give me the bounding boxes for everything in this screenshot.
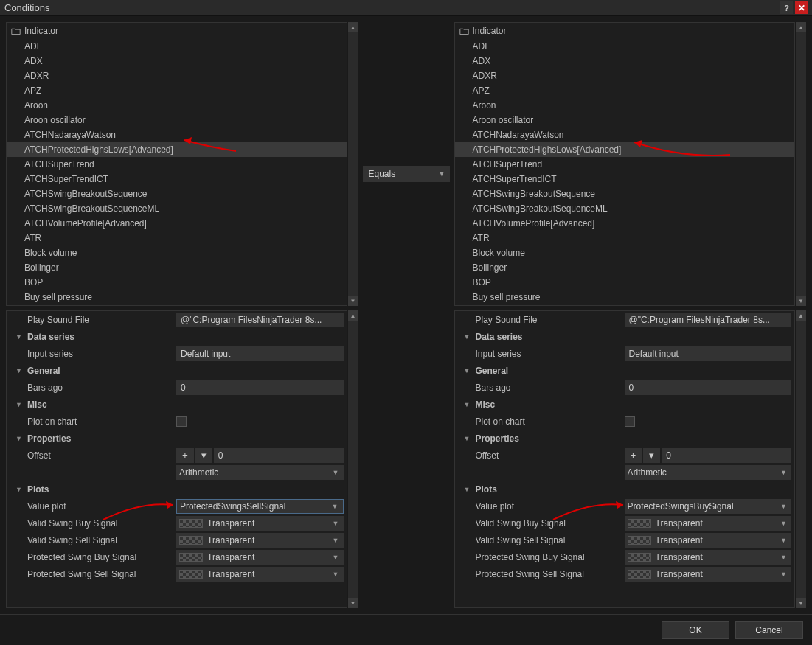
scroll-down-icon[interactable]: ▼ [796, 296, 806, 306]
data-series-header[interactable]: Data series [7, 332, 176, 342]
list-item[interactable]: Bollinger [455, 260, 795, 275]
play-sound-input[interactable]: @"C:Program FilesNinjaTrader 8s... [176, 313, 344, 327]
data-series-header[interactable]: Data series [455, 332, 625, 342]
list-item[interactable]: ATCHNadarayaWatson [455, 128, 795, 142]
list-item[interactable]: Buy sell pressure [7, 290, 347, 304]
list-item[interactable]: ATR [7, 231, 347, 245]
list-item[interactable]: BOP [455, 275, 795, 290]
list-item[interactable]: ATCHSuperTrendICT [7, 172, 347, 186]
plot-on-chart-checkbox[interactable] [176, 416, 187, 427]
list-item[interactable]: ATCHSwingBreakoutSequence [455, 186, 795, 201]
list-item[interactable]: APZ [455, 83, 795, 98]
cancel-button[interactable]: Cancel [735, 621, 803, 639]
valid-buy-color-select[interactable]: Transparent▼ [176, 516, 344, 531]
valid-sell-color-select[interactable]: Transparent▼ [176, 533, 344, 548]
general-header[interactable]: General [7, 366, 176, 376]
list-item[interactable]: Block volume [455, 245, 795, 260]
list-item[interactable]: ATCHNadarayaWatson [7, 128, 347, 142]
list-item[interactable]: ATCHSwingBreakoutSequenceML [455, 201, 795, 216]
color-swatch [628, 553, 651, 562]
list-item[interactable]: APZ [7, 83, 347, 98]
scroll-down-icon[interactable]: ▼ [348, 296, 358, 306]
list-item[interactable]: Bollinger [7, 260, 347, 275]
close-icon[interactable]: ✕ [795, 1, 808, 14]
protected-sell-color-select[interactable]: Transparent▼ [176, 567, 344, 582]
plot-on-chart-checkbox[interactable] [625, 416, 635, 427]
list-item[interactable]: ATCHSuperTrend [455, 157, 795, 172]
misc-header[interactable]: Misc [7, 400, 176, 410]
list-item[interactable]: Aroon [455, 98, 795, 113]
misc-header[interactable]: Misc [455, 400, 625, 410]
left-indicator-list[interactable]: Indicator ADLADXADXRAPZAroonAroon oscill… [6, 22, 347, 306]
right-indicator-list[interactable]: Indicator ADLADXADXRAPZAroonAroon oscill… [454, 22, 796, 306]
offset-dropdown-button[interactable]: ▾ [195, 448, 212, 463]
protected-sell-color-select[interactable]: Transparent▼ [625, 567, 792, 582]
scroll-down-icon[interactable]: ▼ [796, 598, 806, 608]
tree-header-label: Indicator [24, 26, 58, 36]
tree-header[interactable]: Indicator [7, 23, 347, 39]
list-item[interactable]: ATCHProtectedHighsLows[Advanced] [455, 142, 795, 157]
list-item[interactable]: ADL [7, 39, 347, 54]
plots-header[interactable]: Plots [455, 484, 625, 495]
scrollbar[interactable]: ▲ ▼ [348, 310, 358, 608]
value-plot-select[interactable]: ProtectedSwingsBuySignal▼ [625, 499, 792, 514]
list-item[interactable]: ATCHSuperTrend [7, 157, 347, 172]
help-icon[interactable]: ? [780, 1, 793, 14]
plots-header[interactable]: Plots [7, 484, 176, 495]
list-item[interactable]: ATCHSwingBreakoutSequence [7, 186, 347, 201]
valid-sell-color-select[interactable]: Transparent▼ [625, 533, 792, 548]
list-item[interactable]: ATCHSuperTrendICT [455, 172, 795, 186]
offset-input[interactable]: 0 [214, 448, 344, 463]
protected-buy-color-select[interactable]: Transparent▼ [176, 550, 344, 565]
value-plot-select[interactable]: ProtectedSwingsSellSignal▼ [176, 499, 344, 514]
scroll-up-icon[interactable]: ▲ [796, 310, 806, 321]
list-item[interactable]: ATR [455, 231, 795, 245]
list-item[interactable]: Aroon oscillator [455, 113, 795, 128]
protected-sell-label: Protected Swing Sell Signal [7, 569, 176, 579]
ok-button[interactable]: OK [662, 621, 729, 639]
list-item[interactable]: Aroon [7, 98, 347, 113]
list-item[interactable]: ADL [455, 39, 795, 54]
play-sound-input[interactable]: @"C:Program FilesNinjaTrader 8s... [625, 313, 792, 327]
offset-dropdown-button[interactable]: ▾ [643, 448, 660, 463]
scrollbar[interactable]: ▲ ▼ [796, 310, 806, 608]
list-item[interactable]: Block volume [7, 245, 347, 260]
list-item[interactable]: ATCHProtectedHighsLows[Advanced] [7, 142, 347, 157]
list-item[interactable]: ATCHVolumeProfile[Advanced] [7, 216, 347, 231]
offset-mode-select[interactable]: Arithmetic▼ [176, 465, 344, 480]
general-header[interactable]: General [455, 366, 625, 376]
scrollbar[interactable]: ▲ ▼ [348, 22, 358, 306]
scroll-down-icon[interactable]: ▼ [348, 598, 358, 608]
protected-buy-color-select[interactable]: Transparent▼ [625, 550, 792, 565]
bars-ago-input[interactable]: 0 [625, 380, 792, 395]
offset-plus-button[interactable]: + [625, 448, 642, 463]
offset-plus-button[interactable]: + [176, 448, 194, 463]
input-series-input[interactable]: Default input [176, 346, 344, 361]
scroll-up-icon[interactable]: ▲ [348, 22, 358, 32]
list-item[interactable]: Buy sell pressure [455, 290, 795, 304]
scroll-up-icon[interactable]: ▲ [348, 310, 358, 321]
folder-icon [459, 27, 469, 35]
tree-header-label: Indicator [473, 26, 507, 36]
list-item[interactable]: BOP [7, 275, 347, 290]
operator-select[interactable]: Equals ▼ [363, 166, 450, 182]
tree-header[interactable]: Indicator [455, 23, 795, 39]
list-item[interactable]: ATCHSwingBreakoutSequenceML [7, 201, 347, 216]
list-item[interactable]: ATCHVolumeProfile[Advanced] [455, 216, 795, 231]
offset-mode-select[interactable]: Arithmetic▼ [625, 465, 792, 480]
list-item[interactable]: ADXR [7, 69, 347, 83]
valid-buy-color-select[interactable]: Transparent▼ [625, 516, 792, 531]
scroll-up-icon[interactable]: ▲ [796, 22, 806, 32]
list-item[interactable]: ADX [7, 54, 347, 69]
list-item[interactable]: ADX [455, 54, 795, 69]
properties-header[interactable]: Properties [7, 433, 176, 444]
plot-on-chart-label: Plot on chart [455, 416, 625, 427]
scrollbar[interactable]: ▲ ▼ [796, 22, 806, 306]
bars-ago-input[interactable]: 0 [176, 380, 344, 395]
offset-label: Offset [455, 450, 625, 461]
list-item[interactable]: Aroon oscillator [7, 113, 347, 128]
input-series-input[interactable]: Default input [625, 346, 792, 361]
properties-header[interactable]: Properties [455, 433, 625, 444]
offset-input[interactable]: 0 [662, 448, 791, 463]
list-item[interactable]: ADXR [455, 69, 795, 83]
